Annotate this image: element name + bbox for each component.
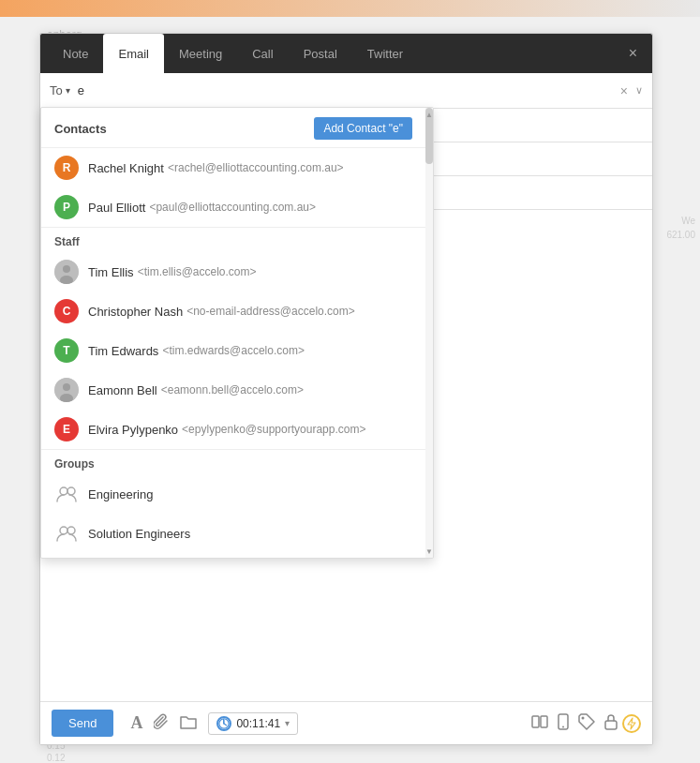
svg-rect-20 bbox=[605, 721, 617, 729]
svg-point-1 bbox=[63, 265, 70, 273]
contact-name-rachel-knight: Rachel Knight bbox=[88, 161, 164, 175]
staff-email-eamonn-bell: <eamonn.bell@accelo.com> bbox=[161, 383, 304, 396]
svg-point-18 bbox=[562, 726, 564, 727]
group-name-solution-engineers: Solution Engineers bbox=[88, 527, 190, 541]
tag-icon[interactable] bbox=[578, 713, 595, 734]
contacts-section-title: Contacts bbox=[54, 122, 107, 136]
staff-name-tim-edwards: Tim Edwards bbox=[88, 344, 158, 358]
tab-bar: Note Email Meeting Call Postal Twitter × bbox=[40, 34, 652, 73]
avatar-christopher-nash: C bbox=[54, 299, 79, 323]
staff-item-elvira-pylypenko[interactable]: E Elvira Pylypenko <epylypenko@supportyo… bbox=[41, 410, 425, 449]
send-button[interactable]: Send bbox=[52, 710, 113, 737]
group-name-engineering: Engineering bbox=[88, 487, 153, 501]
avatar-paul-elliott: P bbox=[54, 195, 79, 219]
groups-section-title: Groups bbox=[41, 450, 425, 474]
dropdown-scroll-area[interactable]: Contacts Add Contact "e" R Rachel Knight… bbox=[41, 108, 433, 558]
timer-button[interactable]: 00:11:41 ▾ bbox=[208, 712, 298, 735]
group-item-engineering[interactable]: Engineering bbox=[41, 474, 425, 514]
group-item-solution-engineers[interactable]: Solution Engineers bbox=[41, 514, 425, 553]
bottom-toolbar: Send A 00:11:41 ▾ bbox=[40, 701, 652, 744]
staff-email-tim-edwards: <tim.edwards@accelo.com> bbox=[162, 344, 305, 357]
tab-postal[interactable]: Postal bbox=[289, 34, 352, 73]
svg-point-9 bbox=[67, 527, 75, 534]
tab-twitter[interactable]: Twitter bbox=[352, 34, 418, 73]
staff-item-christopher-nash[interactable]: C Christopher Nash <no-email-address@acc… bbox=[41, 292, 425, 331]
group-item-expert-services[interactable]: Expert Services Program Managers bbox=[41, 553, 425, 558]
timer-icon bbox=[216, 716, 231, 731]
svg-point-7 bbox=[67, 487, 75, 495]
lock-icon[interactable] bbox=[604, 713, 618, 734]
attachment-icon[interactable] bbox=[154, 713, 169, 734]
close-button[interactable]: × bbox=[621, 41, 645, 66]
to-label[interactable]: To ▾ bbox=[50, 83, 70, 97]
folder-icon[interactable] bbox=[180, 714, 197, 733]
scroll-up-arrow[interactable]: ▲ bbox=[425, 108, 433, 121]
contact-name-paul-elliott: Paul Elliott bbox=[88, 201, 145, 215]
staff-section-title: Staff bbox=[41, 228, 425, 252]
to-dropdown-arrow[interactable]: ▾ bbox=[66, 85, 70, 96]
contact-item-rachel-knight[interactable]: R Rachel Knight <rachel@elliottaccountin… bbox=[41, 148, 425, 187]
staff-item-eamonn-bell[interactable]: Eamonn Bell <eamonn.bell@accelo.com> bbox=[41, 370, 425, 410]
contact-email-paul-elliott: <paul@elliottaccounting.com.au> bbox=[149, 201, 316, 214]
toolbar-right bbox=[527, 713, 641, 734]
lightning-badge-icon[interactable] bbox=[622, 714, 641, 733]
scroll-down-arrow[interactable]: ▼ bbox=[425, 545, 433, 558]
mobile-view-icon[interactable] bbox=[558, 713, 569, 734]
svg-point-4 bbox=[63, 383, 70, 391]
avatar-tim-edwards: T bbox=[54, 338, 79, 363]
group-icon-solution-engineers bbox=[54, 521, 79, 546]
svg-line-14 bbox=[224, 724, 227, 726]
staff-item-tim-ellis[interactable]: Tim Ellis <tim.ellis@accelo.com> bbox=[41, 252, 425, 292]
timer-value: 00:11:41 bbox=[236, 717, 280, 730]
staff-email-tim-ellis: <tim.ellis@accelo.com> bbox=[138, 265, 257, 278]
tab-call[interactable]: Call bbox=[237, 34, 288, 73]
staff-name-eamonn-bell: Eamonn Bell bbox=[88, 383, 157, 397]
staff-name-tim-ellis: Tim Ellis bbox=[88, 265, 134, 279]
staff-name-christopher-nash: Christopher Nash bbox=[88, 305, 183, 319]
staff-email-elvira-pylypenko: <epylypenko@supportyourapp.com> bbox=[182, 423, 365, 436]
svg-rect-16 bbox=[541, 716, 547, 727]
svg-point-6 bbox=[60, 487, 67, 495]
staff-name-elvira-pylypenko: Elvira Pylypenko bbox=[88, 423, 178, 437]
group-icon-engineering bbox=[54, 482, 79, 506]
avatar-eamonn-bell bbox=[54, 378, 79, 402]
svg-point-19 bbox=[582, 716, 585, 719]
avatar-rachel-knight: R bbox=[54, 156, 79, 180]
tab-note[interactable]: Note bbox=[48, 34, 103, 73]
scrollbar-track: ▲ ▼ bbox=[425, 108, 433, 558]
contact-item-paul-elliott[interactable]: P Paul Elliott <paul@elliottaccounting.c… bbox=[41, 187, 425, 227]
contact-email-rachel-knight: <rachel@elliottaccounting.com.au> bbox=[168, 161, 344, 174]
staff-item-tim-edwards[interactable]: T Tim Edwards <tim.edwards@accelo.com> bbox=[41, 331, 425, 370]
to-field-row: To ▾ × ∨ ▲ ▼ Contacts Add Contact bbox=[40, 73, 652, 109]
autocomplete-dropdown: ▲ ▼ Contacts Add Contact "e" R Rachel Kn… bbox=[40, 107, 434, 559]
timer-dropdown-arrow[interactable]: ▾ bbox=[285, 718, 290, 728]
email-modal: Note Email Meeting Call Postal Twitter ×… bbox=[39, 33, 653, 745]
text-format-icon[interactable]: A bbox=[130, 713, 142, 733]
to-input[interactable] bbox=[78, 83, 620, 97]
tab-meeting[interactable]: Meeting bbox=[164, 34, 237, 73]
add-contact-button[interactable]: Add Contact "e" bbox=[314, 117, 412, 140]
split-view-icon[interactable] bbox=[531, 715, 548, 732]
contacts-section-header: Contacts Add Contact "e" bbox=[41, 108, 425, 147]
to-expand-button[interactable]: ∨ bbox=[635, 84, 643, 97]
svg-point-8 bbox=[60, 527, 67, 534]
staff-email-christopher-nash: <no-email-address@accelo.com> bbox=[186, 305, 355, 318]
svg-rect-15 bbox=[532, 716, 539, 727]
avatar-elvira-pylypenko: E bbox=[54, 417, 79, 441]
tab-email[interactable]: Email bbox=[103, 34, 164, 73]
to-clear-button[interactable]: × bbox=[620, 83, 628, 98]
avatar-tim-ellis bbox=[54, 260, 79, 284]
